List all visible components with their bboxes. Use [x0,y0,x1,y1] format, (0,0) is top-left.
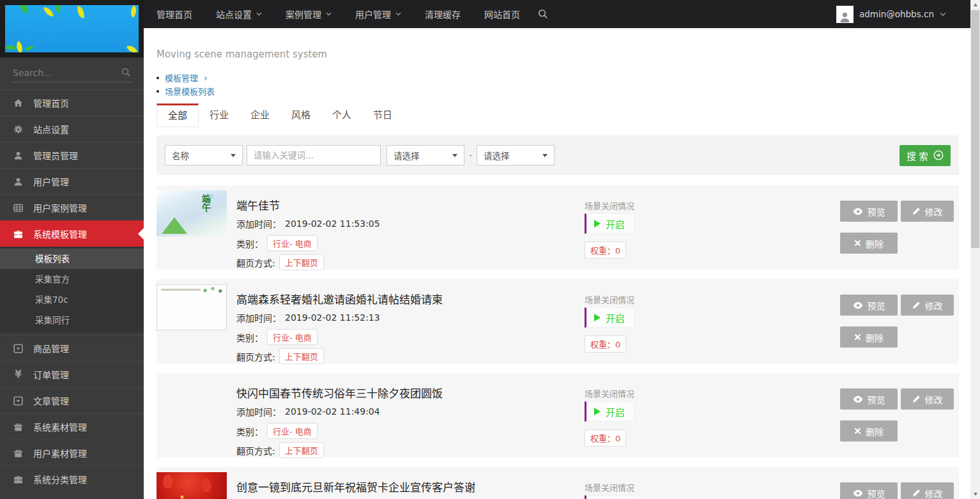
added-value: 2019-02-02 11:49:04 [285,406,380,417]
select-arrow-icon [231,154,236,157]
select-value: 请选择 [484,149,510,162]
edit-button[interactable]: 修改 [901,388,954,410]
sidebar-item-users[interactable]: 用户管理 [0,168,144,194]
tab-enterprise[interactable]: 企业 [240,104,280,127]
tab-style[interactable]: 风格 [280,104,321,127]
sidebar-item-site-settings[interactable]: 站点设置 [0,116,144,142]
leaf-decoration [17,5,31,14]
sidebar-item-label: 系统分类管理 [33,473,87,486]
scene-status-toggle[interactable]: 开启 [585,213,634,234]
delete-button[interactable]: 删除 [840,420,898,441]
breadcrumb-link-template-management[interactable]: 模板管理 [165,72,198,84]
edit-button[interactable]: 修改 [901,295,954,316]
briefcase-icon [13,229,24,239]
sidebar-menu-lower: 商品管理 ¥ 订单管理 文章管理 系统素材管理 用户素材管理 系统分类管理 [0,335,144,492]
breadcrumb-link-scene-template-list[interactable]: 场景模板列表 [165,85,215,97]
sidebar-search-input[interactable] [11,64,132,82]
flip-mode-row: 翻页方式: 上下翻页 [236,254,324,270]
scrollbar[interactable] [970,0,980,499]
scene-status-toggle[interactable]: 开启 [585,401,634,422]
template-thumbnail[interactable]: 端午 [157,190,227,236]
added-value: 2019-02-02 11:53:05 [285,219,380,229]
user-menu[interactable]: admin@ohbbs.cn [836,6,946,23]
tab-personal[interactable]: 个人 [321,104,362,127]
scene-status-toggle[interactable]: 开启 [585,495,634,499]
topbar-search-button[interactable] [538,9,548,19]
delete-button[interactable]: 删除 [840,233,898,254]
select-value: 请选择 [394,149,420,162]
submenu-item-collect-peers[interactable]: 采集同行 [0,310,144,330]
category-row: 类别： 行业- 电商 [236,329,318,345]
scroll-down-arrow-icon[interactable] [970,489,980,499]
home-icon [13,98,24,108]
flip-tag: 上下翻页 [279,442,324,458]
sidebar-item-label: 系统素材管理 [33,420,87,433]
sidebar-item-articles[interactable]: 文章管理 [0,387,144,413]
template-row: 端午 端午佳节 添加时间： 2019-02-02 11:53:05 类别： 行业… [157,185,959,270]
briefcase-icon [13,475,24,484]
category-label: 类别： [236,331,263,344]
pencil-icon [912,489,921,497]
keyword-input[interactable] [247,145,381,165]
chevron-down-icon[interactable] [940,12,946,17]
sidebar-item-system-templates[interactable]: 系统模板管理 [0,220,144,247]
status-on-label: 开启 [606,311,625,325]
submenu-item-collect-official[interactable]: 采集官方 [0,269,144,289]
added-time: 添加时间： 2019-02-02 11:53:05 [236,217,380,230]
weight-value: 0 [615,340,620,349]
added-time: 添加时间： 2019-02-02 11:52:13 [236,311,380,324]
flip-label: 翻页方式: [236,444,275,457]
sidebar-item-products[interactable]: 商品管理 [0,335,144,361]
eye-icon [853,395,863,403]
field-select[interactable]: 名称 [165,145,243,165]
pencil-icon [912,301,921,309]
nav-item-admin-home[interactable]: 管理首页 [157,8,192,20]
preview-button[interactable]: 预览 [840,295,898,316]
scene-status-label: 场景关闭情况 [585,481,634,493]
preview-button[interactable]: 预览 [840,482,898,499]
subcategory-select[interactable]: 请选择 [477,145,555,165]
sidebar-item-system-categories[interactable]: 系统分类管理 [0,466,144,492]
sidebar-item-user-assets[interactable]: 用户素材管理 [0,440,144,466]
template-thumbnail[interactable] [157,472,227,499]
sidebar-item-label: 订单管理 [33,368,69,381]
logo-image[interactable] [5,5,139,52]
category-select[interactable]: 请选择 [387,145,464,165]
weight-badge: 权重：0 [585,429,626,447]
tab-festival[interactable]: 节日 [362,104,403,127]
nav-item-site-settings[interactable]: 站点设置 [216,8,262,20]
submenu-item-collect-70c[interactable]: 采集70c [0,289,144,310]
edit-button[interactable]: 修改 [901,482,954,499]
scrollbar-thumb[interactable] [971,10,979,248]
sidebar-item-administrators[interactable]: 管理员管理 [0,142,144,168]
weight-value: 0 [615,246,620,256]
preview-button[interactable]: 预览 [840,388,898,410]
leaf-decoration [5,42,17,52]
template-thumbnail[interactable] [157,284,227,330]
status-on-label: 开启 [606,405,625,418]
chevron-down-icon [326,12,332,16]
nav-item-clear-cache[interactable]: 清理缓存 [425,8,461,20]
search-button[interactable]: 搜 索 [900,145,951,166]
tab-all[interactable]: 全部 [157,104,199,127]
sidebar-item-admin-home[interactable]: 管理首页 [0,89,144,116]
sidebar-item-system-assets[interactable]: 系统素材管理 [0,413,144,440]
row-actions: 预览 修改 [840,295,954,316]
preview-button[interactable]: 预览 [840,201,898,222]
person-icon [839,11,851,23]
edit-button[interactable]: 修改 [901,201,954,222]
scene-status-toggle[interactable]: 开启 [585,307,634,328]
scene-status-label: 场景关闭情况 [585,387,634,399]
nav-item-user-management[interactable]: 用户管理 [355,8,401,20]
search-icon[interactable] [121,68,131,80]
scene-status-label: 场景关闭情况 [585,199,634,211]
play-icon [594,408,601,415]
sidebar-item-user-cases[interactable]: 用户案例管理 [0,194,144,220]
scroll-up-arrow-icon[interactable] [970,0,980,10]
nav-item-site-home[interactable]: 网站首页 [484,8,520,20]
submenu-item-template-list[interactable]: 模板列表 [0,249,144,269]
nav-item-case-management[interactable]: 案例管理 [286,8,332,20]
sidebar-item-orders[interactable]: ¥ 订单管理 [0,361,144,387]
delete-button[interactable]: 删除 [840,326,898,348]
tab-industry[interactable]: 行业 [199,104,240,127]
